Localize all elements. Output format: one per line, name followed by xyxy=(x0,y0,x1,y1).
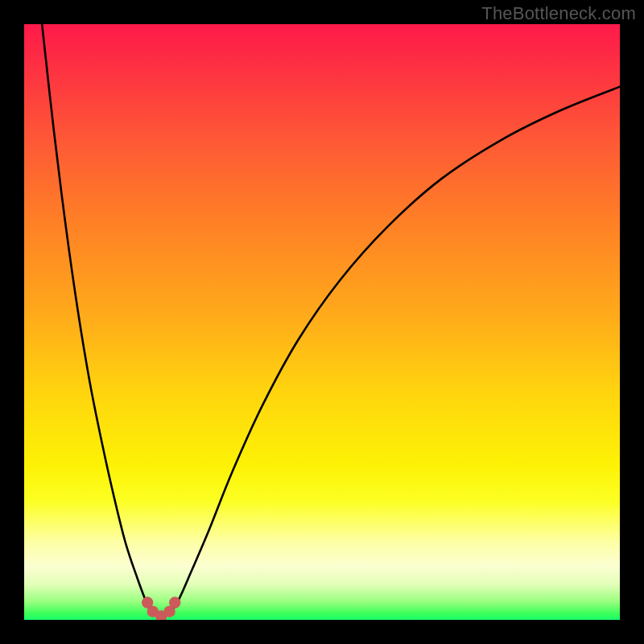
right-curve xyxy=(170,87,620,614)
watermark-text: TheBottleneck.com xyxy=(481,3,636,24)
plot-area xyxy=(24,24,620,620)
markers-group xyxy=(142,597,180,620)
curve-layer xyxy=(24,24,620,620)
chart-frame: TheBottleneck.com xyxy=(0,0,644,644)
minimum-marker-4 xyxy=(169,597,180,608)
left-curve xyxy=(42,24,152,614)
